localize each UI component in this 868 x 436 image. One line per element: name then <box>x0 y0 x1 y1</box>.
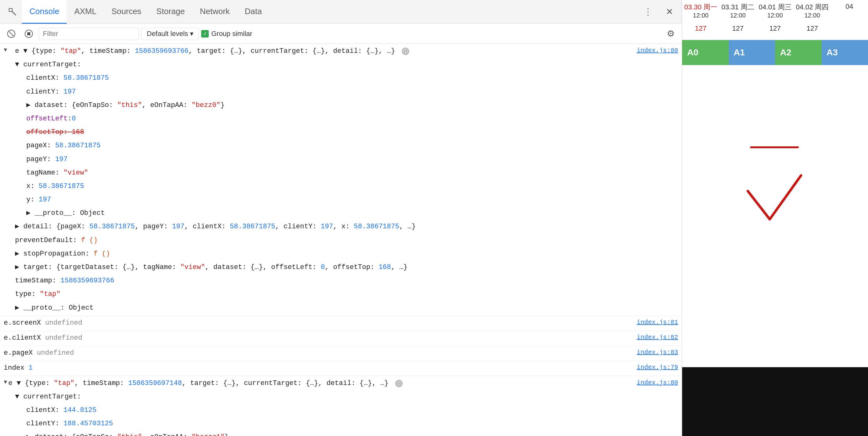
log-row-child: ▶ detail: {pageX: 58.38671875, pageY: 19… <box>0 220 682 233</box>
log-row[interactable]: ▼ e ▼ {type: "tap", timeStamp: 158635969… <box>0 44 682 58</box>
levels-dropdown[interactable]: Default levels ▾ <box>142 28 199 40</box>
devtools-panel: Console AXML Sources Storage Network Dat… <box>0 0 682 436</box>
console-toolbar: Default levels ▾ ✓ Group similar ⚙ <box>0 24 682 44</box>
filter-input[interactable] <box>39 28 139 40</box>
log-row-child: ▼ currentTarget: <box>0 58 682 71</box>
tab-bar-left: Console AXML Sources Storage Network Dat… <box>3 0 270 24</box>
log-entry: e.clientX undefined index.js:82 <box>0 331 682 346</box>
log-source[interactable]: index.js:81 <box>637 317 678 328</box>
log-row-child: ▶ stopPropagation: f () <box>0 247 682 261</box>
settings-btn[interactable]: ⚙ <box>663 26 678 41</box>
timeline-date: 03.31 周二 <box>721 2 754 12</box>
timeline-time: 12:00 <box>693 12 708 19</box>
log-source[interactable]: index.js:83 <box>637 347 678 358</box>
canvas-area <box>682 65 868 367</box>
canvas-svg <box>682 65 868 367</box>
log-source[interactable]: index.js:79 <box>637 363 678 372</box>
log-row-child: ▶ dataset: {eOnTapSo: "this", eOnTapAA: … <box>0 430 682 436</box>
log-row[interactable]: ▼ e ▼ {type: "tap", timeStamp: 158635969… <box>0 376 682 390</box>
timeline-time: 12:00 <box>804 12 820 19</box>
log-row-child: ▶ target: {targetDataset: {…}, tagName: … <box>0 261 682 274</box>
log-row-child: clientX: 58.38671875 <box>0 71 682 85</box>
log-row-child: type: "tap" <box>0 288 682 301</box>
close-btn[interactable]: ✕ <box>660 2 679 21</box>
timeline-num: 127 <box>756 24 794 33</box>
log-entry: e.pageX undefined index.js:83 <box>0 346 682 361</box>
column-a3: A3 <box>822 40 868 65</box>
info-badge: ⓘ <box>395 380 403 387</box>
timeline-date: 04.01 周三 <box>758 2 791 12</box>
log-row-child: y: 197 <box>0 193 682 206</box>
log-row-child: tagName: "view" <box>0 166 682 179</box>
log-row-child: timeStamp: 1586359693766 <box>0 274 682 288</box>
log-row[interactable]: index 1 index.js:79 <box>0 361 682 375</box>
log-entry: ▼ e ▼ {type: "tap", timeStamp: 158635969… <box>0 44 682 315</box>
tab-network[interactable]: Network <box>192 0 237 24</box>
timeline-time: 12:00 <box>767 12 783 19</box>
timeline-date: 03.30 周一 <box>684 2 717 12</box>
log-row-child: offsetLeft: 0 <box>0 112 682 126</box>
column-a1: A1 <box>729 40 775 65</box>
column-a0: A0 <box>682 40 729 65</box>
entry-content: e ▼ {type: "tap", timeStamp: 15863596971… <box>8 378 403 389</box>
select-element-btn[interactable] <box>3 2 22 21</box>
log-entry: e.screenX undefined index.js:81 <box>0 315 682 331</box>
timeline-date: 04.02 周四 <box>796 2 829 12</box>
timeline-num: 127 <box>719 24 756 33</box>
bottom-black-area <box>682 367 868 436</box>
log-row[interactable]: e.pageX undefined index.js:83 <box>0 346 682 360</box>
tab-sources[interactable]: Sources <box>104 0 149 24</box>
log-row-child: pageY: 197 <box>0 153 682 166</box>
checkbox-icon: ✓ <box>201 30 209 37</box>
stop-btn[interactable] <box>21 26 36 41</box>
log-row-child: ▶ __proto__: Object <box>0 206 682 220</box>
svg-line-2 <box>9 32 13 36</box>
log-row-child: clientX: 144.8125 <box>0 403 682 417</box>
tab-bar-right: ⋮ ✕ <box>639 2 679 21</box>
columns-row: A0 A1 A2 A3 <box>682 40 868 65</box>
log-row-child: preventDefault: f () <box>0 234 682 247</box>
more-options-btn[interactable]: ⋮ <box>639 2 657 21</box>
timeline-dates: 03.30 周一 12:00 03.31 周二 12:00 04.01 周三 1… <box>682 0 868 20</box>
log-row[interactable]: e.clientX undefined index.js:82 <box>0 331 682 345</box>
tab-console[interactable]: Console <box>22 0 67 24</box>
timeline-num: 127 <box>682 24 719 33</box>
log-row-child: ▶ __proto__: Object <box>0 301 682 315</box>
timeline-col-4: 04 <box>831 2 868 11</box>
log-row-child: clientY: 188.45703125 <box>0 417 682 430</box>
log-source[interactable]: index.js:82 <box>637 333 678 342</box>
timeline-numbers: 127 127 127 127 <box>682 20 868 37</box>
log-row-child: x: 58.38671875 <box>0 179 682 193</box>
tab-data[interactable]: Data <box>237 0 270 24</box>
timeline-col-1: 03.31 周二 12:00 <box>719 2 756 19</box>
timeline-col-2: 04.01 周三 12:00 <box>756 2 794 19</box>
expand-icon[interactable]: ▼ <box>4 46 7 55</box>
expand-icon[interactable]: ▼ <box>4 378 7 387</box>
log-row[interactable]: e.screenX undefined index.js:81 <box>0 316 682 330</box>
log-row-child: clientY: 197 <box>0 85 682 99</box>
log-row-child: ▼ currentTarget: <box>0 390 682 403</box>
info-badge: ⓘ <box>402 47 409 55</box>
column-a2: A2 <box>775 40 822 65</box>
log-entry: index 1 index.js:79 <box>0 361 682 376</box>
console-output[interactable]: ▼ e ▼ {type: "tap", timeStamp: 158635969… <box>0 44 682 436</box>
entry-prefix <box>8 46 12 57</box>
timeline-col-3: 04.02 周四 12:00 <box>794 2 831 19</box>
log-source[interactable]: index.js:80 <box>637 46 678 56</box>
log-row-child: pageX: 58.38671875 <box>0 139 682 152</box>
log-source[interactable]: index.js:80 <box>637 378 678 388</box>
entry-content: e ▼ {type: "tap", timeStamp: 15863596937… <box>15 46 409 57</box>
timeline-time: 12:00 <box>730 12 746 19</box>
timeline-header: 03.30 周一 12:00 03.31 周二 12:00 04.01 周三 1… <box>682 0 868 40</box>
timeline-num: 127 <box>794 24 831 33</box>
clear-console-btn[interactable] <box>4 26 19 41</box>
group-similar-checkbox[interactable]: ✓ Group similar <box>201 30 252 38</box>
svg-rect-0 <box>9 8 12 11</box>
timeline-date: 04 <box>845 2 853 11</box>
svg-rect-4 <box>27 32 30 35</box>
log-entry: ▼ e ▼ {type: "tap", timeStamp: 158635969… <box>0 376 682 436</box>
log-row-child: offsetTop: 168 <box>0 126 682 139</box>
tab-axml[interactable]: AXML <box>67 0 104 24</box>
tab-storage[interactable]: Storage <box>149 0 192 24</box>
preview-panel: 03.30 周一 12:00 03.31 周二 12:00 04.01 周三 1… <box>682 0 868 436</box>
